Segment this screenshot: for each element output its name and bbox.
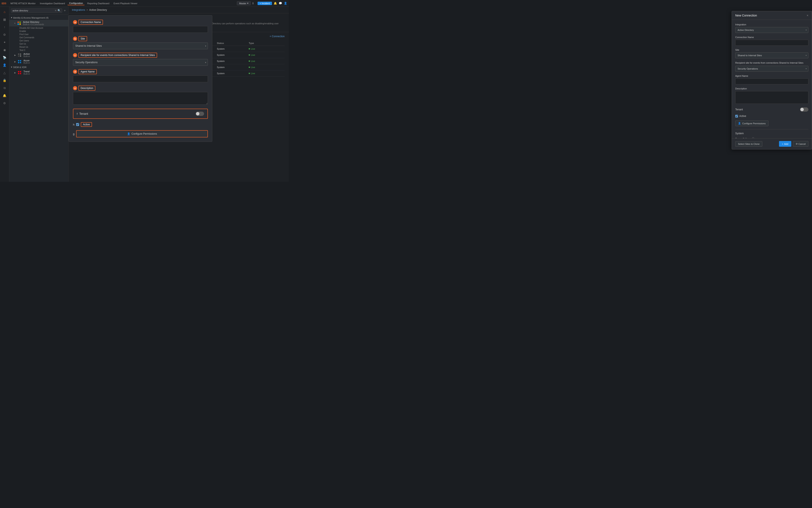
active-item-name: Active: [24, 53, 65, 55]
command-test-c[interactable]: Test C: [9, 49, 68, 52]
search-icon[interactable]: 🔍: [57, 9, 61, 12]
azure-item-info: Azure Built-in: [24, 59, 65, 64]
icon-sidebar: ⌂ ▦ ↑ ⚙ ✦ ◉ 📡 👤 △ 🔒 ⧉ 🔔 ⚙: [0, 7, 9, 182]
list-item-trend[interactable]: ▶ Trend Built-in: [9, 69, 68, 76]
row-action-4[interactable]: [275, 64, 285, 70]
sidebar-icon-upload[interactable]: ↑: [1, 24, 8, 31]
integrations-list: ▾ Identity & Access Management (4) ▾: [9, 14, 68, 182]
top-navigation: ED3 MITRE ATT&CK Monitor Investigation D…: [0, 0, 289, 7]
agent-name-label-row: d Agent Name: [73, 69, 208, 74]
row-system-3: System: [215, 58, 247, 64]
agent-name-group: d Agent Name: [73, 69, 208, 82]
active-checkbox[interactable]: [76, 123, 79, 126]
row-action-3[interactable]: [275, 58, 285, 64]
info-icon[interactable]: ℹ: [252, 2, 256, 5]
command-get-commands[interactable]: Get Commands: [9, 36, 68, 39]
row-action-5[interactable]: [275, 70, 285, 76]
trend-item-sub: Built-in: [24, 73, 65, 75]
trend-logo-icon: [17, 71, 22, 75]
row-system-1: System: [215, 46, 247, 52]
sidebar-icon-alert[interactable]: △: [1, 69, 8, 76]
label-letter-f: f: [77, 112, 78, 116]
description-textarea[interactable]: [73, 92, 208, 104]
list-item-active[interactable]: ▶ Active Built-in: [9, 52, 68, 58]
nav-reporting[interactable]: Reporting Dashboard: [85, 2, 111, 5]
label-letter-g: g: [73, 132, 74, 135]
sidebar-icon-bell[interactable]: 🔔: [1, 92, 8, 99]
sidebar-icon-puzzle[interactable]: ⧉: [1, 85, 8, 91]
search-input[interactable]: [12, 9, 54, 12]
breadcrumb-separator: >: [86, 8, 88, 11]
active-logo-icon: [17, 53, 22, 57]
connection-name-label-row: a Connection Name: [73, 20, 208, 25]
breadcrumb-parent[interactable]: Integrations: [72, 8, 85, 11]
incident-button[interactable]: + Incident: [257, 2, 272, 5]
description-label: Description: [78, 86, 95, 91]
label-letter-a: a: [73, 20, 77, 24]
row-action-1[interactable]: [275, 46, 285, 52]
active-label: Active: [81, 122, 92, 127]
list-item-active-directory[interactable]: ▾ Active Directory Built-in • 9 Commands: [9, 20, 68, 27]
sidebar-icon-home[interactable]: ⌂: [1, 8, 8, 15]
sidebar-icon-settings[interactable]: ⚙: [1, 31, 8, 38]
search-clear-icon[interactable]: ✕: [54, 9, 57, 12]
site-label-row: b Site: [73, 36, 208, 41]
sidebar-icon-radio[interactable]: 📡: [1, 54, 8, 61]
row-status-3: Live: [247, 58, 275, 64]
nav-investigation[interactable]: Investigation Dashboard: [38, 2, 67, 5]
nav-mitre[interactable]: MITRE ATT&CK Monitor: [9, 2, 37, 5]
chat-icon[interactable]: 💬: [279, 2, 282, 5]
sidebar-icon-gear[interactable]: ⚙: [1, 100, 8, 107]
ad-item-sub: Built-in • 9 Commands: [23, 23, 65, 26]
col-status: Status: [215, 41, 247, 46]
command-disable-ad[interactable]: Disable AD User Account: [9, 27, 68, 30]
command-get-us[interactable]: Get Us: [9, 42, 68, 45]
list-item-azure[interactable]: ▶ Azure Built-in: [9, 58, 68, 65]
configure-permissions-button[interactable]: 👤 Configure Permissions: [76, 130, 208, 137]
recipient-site-group: c Recipient site for events from connect…: [73, 53, 208, 66]
site-select-wrapper: Shared to Internal Sites Master Site 1 ▾: [73, 42, 208, 49]
avatar[interactable]: 👤: [284, 2, 287, 5]
master-button[interactable]: Master ▾: [237, 1, 251, 5]
app-logo: ED3: [2, 2, 6, 5]
group-header-siem[interactable]: ▾ SIEM & XDR: [9, 65, 68, 69]
nav-event-playbook[interactable]: Event Playbook Viewer: [112, 2, 139, 5]
active-item-sub: Built-in: [24, 55, 65, 57]
sidebar-icon-dashboard[interactable]: ▦: [1, 16, 8, 23]
site-select[interactable]: Shared to Internal Sites Master Site 1: [73, 42, 208, 49]
recipient-site-select[interactable]: Security Operations Default Site 1: [73, 59, 208, 66]
sidebar-icon-fingerprint[interactable]: 🔒: [1, 77, 8, 84]
azure-logo-icon: [17, 59, 22, 64]
command-get-users[interactable]: Get Users: [9, 39, 68, 42]
command-reset-us[interactable]: Reset Us: [9, 45, 68, 49]
sidebar-icon-network[interactable]: ◉: [1, 46, 8, 53]
row-status-1: Live: [247, 46, 275, 52]
command-find-user[interactable]: Find User: [9, 33, 68, 36]
sidebar-icon-tools[interactable]: ✦: [1, 39, 8, 46]
command-enable[interactable]: Enable: [9, 30, 68, 33]
add-connection-button[interactable]: + Connection: [270, 35, 285, 38]
tenant-toggle[interactable]: [196, 112, 204, 116]
recipient-site-label-row: c Recipient site for events from connect…: [73, 53, 208, 58]
azure-item-sub: Built-in: [24, 62, 65, 64]
notifications-icon[interactable]: 🔔: [274, 2, 277, 5]
row-system-2: System: [215, 52, 247, 58]
connection-name-input[interactable]: [73, 26, 208, 33]
row-status-5: Live: [247, 70, 275, 76]
group-header-iam[interactable]: ▾ Identity & Access Management (4): [9, 15, 68, 20]
recipient-site-select-wrapper: Security Operations Default Site 1 ▾: [73, 59, 208, 66]
agent-name-label: Agent Name: [78, 69, 97, 74]
row-status-2: Live: [247, 52, 275, 58]
chevron-down-icon: ▾: [11, 66, 12, 69]
label-letter-d: d: [73, 70, 77, 74]
row-system-5: System: [215, 70, 247, 76]
agent-name-input[interactable]: [73, 76, 208, 82]
search-bar: ✕ 🔍 +: [9, 7, 68, 14]
row-action-2[interactable]: [275, 52, 285, 58]
sidebar-icon-user[interactable]: 👤: [1, 62, 8, 69]
col-type: Type: [247, 41, 275, 46]
active-row: h Active: [73, 122, 208, 127]
add-tab-button[interactable]: +: [63, 9, 67, 12]
nav-configuration[interactable]: Configuration: [68, 1, 85, 5]
search-input-wrapper[interactable]: ✕ 🔍: [11, 8, 62, 13]
